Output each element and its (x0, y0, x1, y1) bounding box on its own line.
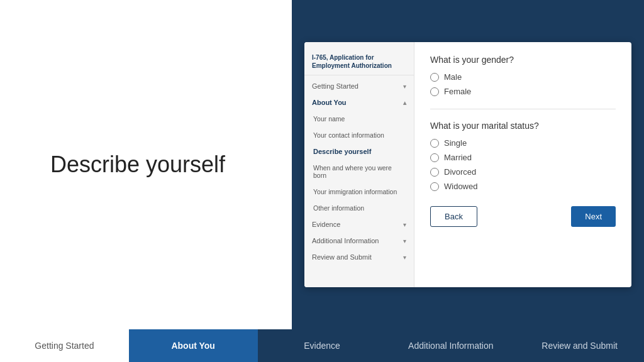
marital-widowed-radio[interactable] (430, 182, 439, 191)
nav-label-review-and-submit: Review and Submit (541, 341, 618, 351)
marital-married-option[interactable]: Married (430, 153, 616, 162)
nav-label-about-you: About You (171, 341, 214, 351)
sidebar-item-when-where[interactable]: When and where you were born (304, 160, 414, 184)
nav-item-evidence[interactable]: Evidence (258, 329, 387, 362)
sidebar-label-immigration: Your immigration information (313, 188, 397, 195)
section-divider (430, 109, 616, 109)
sidebar-form-title: I-765, Application for Employment Author… (304, 48, 414, 75)
marital-single-radio[interactable] (430, 139, 439, 148)
nav-label-evidence: Evidence (304, 341, 340, 351)
marital-divorced-label: Divorced (444, 167, 476, 177)
sidebar-label-your-name: Your name (313, 115, 345, 123)
marital-married-radio[interactable] (430, 153, 439, 162)
sidebar-label-getting-started: Getting Started (312, 82, 358, 90)
nav-label-getting-started: Getting Started (35, 341, 94, 351)
sidebar-item-describe-yourself[interactable]: Describe yourself (304, 143, 414, 160)
gender-question-block: What is your gender? Male Female (430, 55, 616, 96)
button-row: Back Next (430, 206, 616, 227)
gender-female-radio[interactable] (430, 87, 439, 96)
sidebar-item-additional[interactable]: Additional Information ▾ (304, 233, 414, 249)
nav-item-getting-started[interactable]: Getting Started (0, 329, 129, 362)
form-card: I-765, Application for Employment Author… (304, 42, 631, 287)
chevron-evidence: ▾ (403, 221, 406, 228)
sidebar-item-about-you[interactable]: About You ▴ (304, 94, 414, 111)
sidebar-item-evidence[interactable]: Evidence ▾ (304, 216, 414, 233)
bottom-nav: Getting Started About You Evidence Addit… (0, 329, 644, 362)
marital-divorced-option[interactable]: Divorced (430, 167, 616, 177)
chevron-about-you: ▴ (403, 99, 406, 106)
gender-male-option[interactable]: Male (430, 72, 616, 82)
sidebar-label-evidence: Evidence (312, 221, 340, 228)
sidebar-label-other-info: Other information (313, 204, 364, 212)
nav-item-about-you[interactable]: About You (129, 329, 258, 362)
chevron-review: ▾ (403, 254, 406, 261)
chevron-getting-started: ▾ (403, 83, 406, 90)
sidebar-item-getting-started[interactable]: Getting Started ▾ (304, 78, 414, 94)
nav-item-additional-information[interactable]: Additional Information (386, 329, 515, 362)
marital-single-option[interactable]: Single (430, 138, 616, 148)
gender-male-label: Male (444, 72, 462, 82)
form-sidebar: I-765, Application for Employment Author… (304, 42, 414, 287)
sidebar-label-when-where: When and where you were born (313, 164, 406, 179)
chevron-additional: ▾ (403, 238, 406, 244)
gender-male-radio[interactable] (430, 73, 439, 82)
back-button[interactable]: Back (430, 206, 477, 227)
sidebar-item-your-contact[interactable]: Your contact information (304, 127, 414, 143)
sidebar-label-your-contact: Your contact information (313, 131, 384, 139)
left-panel: Describe yourself (0, 0, 292, 329)
sidebar-item-your-name[interactable]: Your name (304, 111, 414, 127)
sidebar-item-other-info[interactable]: Other information (304, 200, 414, 216)
nav-item-review-and-submit[interactable]: Review and Submit (515, 329, 644, 362)
sidebar-label-review: Review and Submit (312, 253, 372, 261)
form-content: What is your gender? Male Female What is… (414, 42, 631, 287)
sidebar-label-about-you: About You (312, 99, 347, 106)
sidebar-label-additional: Additional Information (312, 237, 379, 244)
sidebar-item-review[interactable]: Review and Submit ▾ (304, 249, 414, 265)
nav-label-additional-information: Additional Information (408, 341, 493, 351)
gender-question-label: What is your gender? (430, 55, 616, 65)
marital-divorced-radio[interactable] (430, 168, 439, 177)
gender-female-option[interactable]: Female (430, 87, 616, 96)
sidebar-item-immigration[interactable]: Your immigration information (304, 184, 414, 200)
page-heading: Describe yourself (50, 151, 225, 178)
sidebar-label-describe-yourself: Describe yourself (313, 148, 371, 155)
next-button[interactable]: Next (571, 206, 616, 227)
marital-widowed-label: Widowed (444, 182, 477, 191)
marital-single-label: Single (444, 138, 467, 148)
marital-question-block: What is your marital status? Single Marr… (430, 121, 616, 191)
marital-question-label: What is your marital status? (430, 121, 616, 131)
marital-widowed-option[interactable]: Widowed (430, 182, 616, 191)
right-panel: I-765, Application for Employment Author… (292, 0, 644, 329)
marital-married-label: Married (444, 153, 472, 162)
gender-female-label: Female (444, 87, 471, 96)
